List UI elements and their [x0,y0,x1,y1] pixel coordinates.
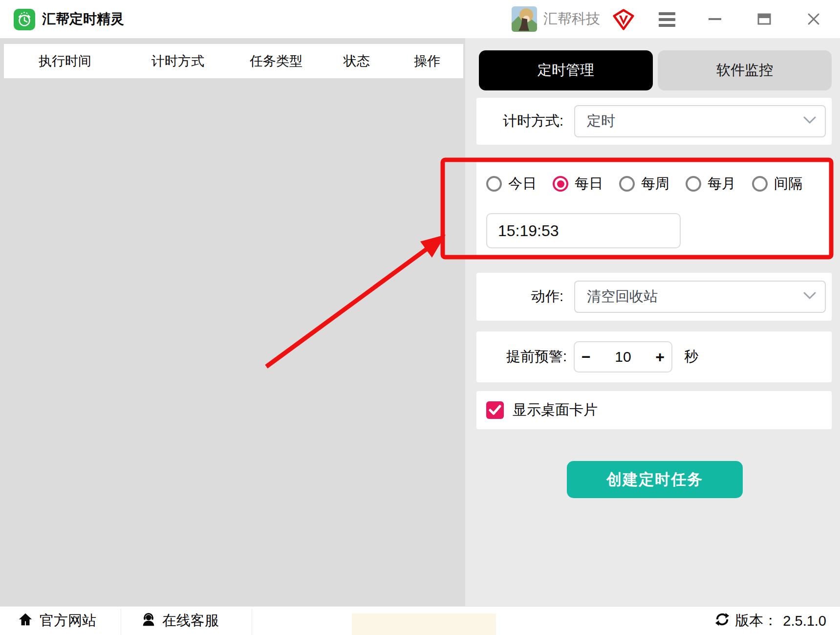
footer-divider [121,609,121,635]
timing-mode-card: 计时方式: 定时 [476,98,832,145]
time-input[interactable] [486,213,681,248]
footer-divider [252,609,252,635]
radio-interval-circle [752,176,768,192]
radio-today[interactable]: 今日 [486,174,537,194]
footer-bar: 官方网站 在线客服 [0,606,840,635]
customer-service-icon [141,612,156,630]
tab-software-monitor[interactable]: 软件监控 [658,50,832,90]
app-window: 汇帮定时精灵 汇帮科技 [0,0,840,635]
column-header-exec-time: 执行时间 [4,52,126,70]
create-task-button[interactable]: 创建定时任务 [567,461,743,498]
decrement-button[interactable]: − [582,349,591,365]
verified-v-badge-icon [613,9,634,30]
timing-mode-select[interactable]: 定时 [574,105,826,137]
chevron-down-icon [803,116,816,126]
action-card: 动作: 清空回收站 [476,273,832,321]
app-title: 汇帮定时精灵 [42,0,124,38]
timing-mode-value: 定时 [587,111,803,131]
hamburger-menu-button[interactable] [659,12,677,27]
pre-warning-label: 提前预警: [476,347,567,367]
close-button[interactable] [799,0,828,38]
title-bar: 汇帮定时精灵 汇帮科技 [0,0,840,38]
radio-weekly[interactable]: 每周 [619,174,669,194]
column-header-operation: 操作 [391,52,463,70]
increment-button[interactable]: + [655,349,665,365]
schedule-card: 今日 每日 每周 每月 间隔 [476,161,832,258]
version-area: 版本： 2.5.1.0 [715,611,826,631]
desktop-card-row: 显示桌面卡片 [476,391,832,429]
task-table-header: 执行时间 计时方式 任务类型 状态 操作 [4,44,463,78]
check-update-icon[interactable] [715,612,730,630]
app-logo-alarm-clock-icon [14,9,35,30]
panel-tabs: 定时管理 软件监控 [479,50,832,90]
online-support-link[interactable]: 在线客服 [141,611,219,631]
settings-panel: 定时管理 软件监控 计时方式: 定时 今日 [465,38,840,606]
action-select[interactable]: 清空回收站 [574,281,826,313]
column-header-timing-mode: 计时方式 [126,52,230,70]
radio-monthly[interactable]: 每月 [686,174,736,194]
radio-daily-circle [553,176,568,192]
version-label: 版本： [735,611,777,631]
maximize-button[interactable] [750,0,779,38]
radio-today-circle [486,176,502,192]
official-site-link[interactable]: 官方网站 [18,611,96,631]
pre-warning-value: 10 [615,349,631,365]
radio-monthly-circle [686,176,701,192]
action-label: 动作: [476,287,563,307]
pre-warning-unit: 秒 [684,347,698,367]
minimize-button[interactable] [700,0,730,38]
brand-avatar [512,6,537,32]
highlight-artifact [352,613,496,635]
repeat-radio-group: 今日 每日 每周 每月 间隔 [476,161,832,194]
radio-weekly-circle [619,176,635,192]
task-list-panel: 执行时间 计时方式 任务类型 状态 操作 [0,38,465,606]
desktop-card-label: 显示桌面卡片 [513,400,598,420]
timing-mode-label: 计时方式: [476,111,563,131]
radio-daily[interactable]: 每日 [553,174,603,194]
column-header-status: 状态 [323,52,391,70]
tab-timer-management[interactable]: 定时管理 [479,50,653,90]
pre-warning-card: 提前预警: − 10 + 秒 [476,331,832,382]
version-value: 2.5.1.0 [783,613,826,629]
check-icon [489,405,501,416]
chevron-down-icon [803,292,816,302]
action-value: 清空回收站 [587,287,803,307]
pre-warning-stepper: − 10 + [574,341,672,372]
desktop-card-checkbox[interactable] [486,401,504,419]
brand-name: 汇帮科技 [543,0,600,38]
home-icon [18,612,33,630]
radio-interval[interactable]: 间隔 [752,174,802,194]
column-header-task-type: 任务类型 [230,52,323,70]
